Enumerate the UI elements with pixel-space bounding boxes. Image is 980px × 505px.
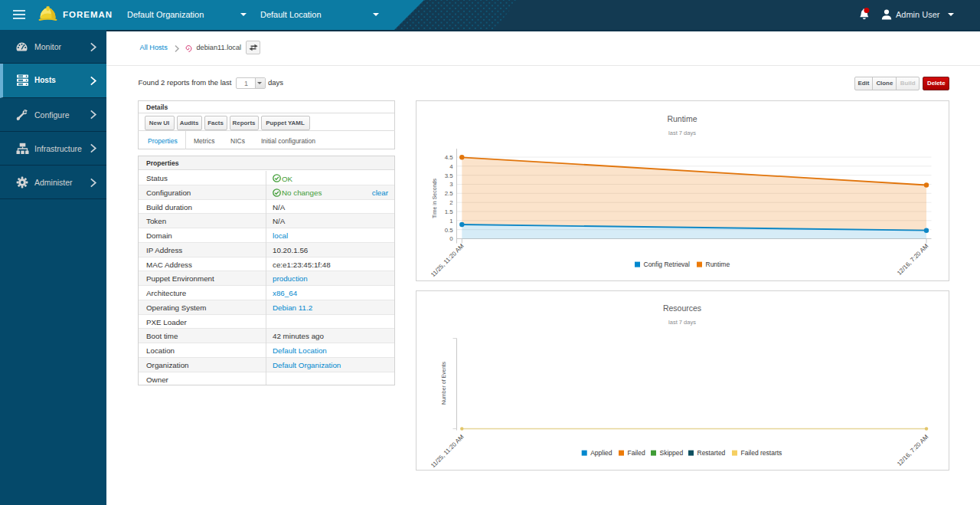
svg-text:Number of Events: Number of Events	[441, 361, 446, 405]
svg-text:1.5: 1.5	[445, 208, 454, 215]
svg-text:Failed restarts: Failed restarts	[741, 449, 782, 457]
svg-text:11/25, 11:20 AM: 11/25, 11:20 AM	[430, 242, 466, 278]
svg-text:3.5: 3.5	[445, 172, 454, 179]
svg-text:Runtime: Runtime	[706, 261, 730, 268]
svg-text:last 7 days: last 7 days	[668, 319, 696, 326]
svg-text:12/16, 7:20 AM: 12/16, 7:20 AM	[896, 242, 930, 277]
svg-text:1: 1	[449, 218, 452, 225]
svg-text:Failed: Failed	[628, 449, 645, 457]
svg-text:2.5: 2.5	[445, 190, 454, 197]
svg-text:Time in Seconds: Time in Seconds	[432, 179, 437, 218]
svg-text:4.5: 4.5	[445, 154, 454, 161]
svg-text:Restarted: Restarted	[697, 449, 726, 457]
svg-text:Resources: Resources	[663, 303, 701, 313]
svg-text:Applied: Applied	[590, 449, 612, 457]
svg-text:last 7 days: last 7 days	[668, 130, 696, 136]
svg-text:Runtime: Runtime	[667, 114, 697, 123]
svg-text:Skipped: Skipped	[660, 449, 684, 457]
svg-text:2: 2	[449, 199, 452, 206]
svg-text:3: 3	[449, 181, 452, 188]
svg-text:0: 0	[449, 235, 453, 242]
svg-text:0.5: 0.5	[445, 227, 454, 234]
svg-text:4: 4	[449, 163, 453, 170]
svg-text:Config Retrieval: Config Retrieval	[644, 261, 691, 268]
svg-text:11/25, 11:20 AM: 11/25, 11:20 AM	[430, 433, 466, 469]
svg-text:12/16, 7:20 AM: 12/16, 7:20 AM	[896, 433, 930, 467]
